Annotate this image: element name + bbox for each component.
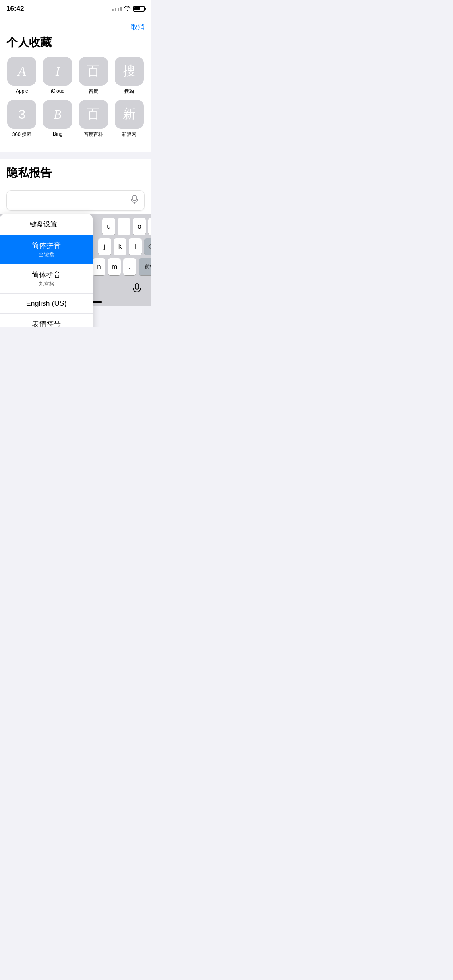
fav-item-bing[interactable]: B Bing <box>42 100 73 138</box>
key-backspace[interactable] <box>144 238 151 255</box>
fav-item-sina[interactable]: 新 新浪网 <box>114 100 145 138</box>
status-icons <box>112 6 145 12</box>
fav-item-apple[interactable]: A Apple <box>6 57 37 95</box>
fav-icon-baike: 百 <box>79 100 108 129</box>
fav-icon-sina: 新 <box>115 100 144 129</box>
key-m[interactable]: m <box>108 258 121 275</box>
key-go[interactable]: 前往 <box>139 258 151 275</box>
mic-bottom-icon[interactable] <box>132 283 141 297</box>
search-input-row[interactable] <box>6 190 145 211</box>
cancel-button[interactable]: 取消 <box>131 23 145 32</box>
key-i[interactable]: i <box>118 218 130 235</box>
simplified-pinyin-9-item[interactable]: 简体拼音 九宫格 <box>0 264 93 294</box>
simplified-pinyin-9-sub: 九宫格 <box>39 280 54 288</box>
keyboard-area: 键盘设置... 简体拼音 全键盘 简体拼音 九宫格 English (US) 表… <box>0 214 151 299</box>
emoji-item[interactable]: 表情符号 <box>0 314 93 327</box>
search-bar <box>0 187 151 214</box>
cancel-row: 取消 <box>6 18 145 35</box>
keyboard-settings-item[interactable]: 键盘设置... <box>0 214 93 235</box>
fav-item-baidu[interactable]: 百 百度 <box>78 57 109 95</box>
top-area: 取消 个人收藏 A Apple I iCloud 百 百度 搜 搜狗 3 360… <box>0 18 151 152</box>
fav-label-baidu: 百度 <box>89 88 98 95</box>
keyboard-main-area: 键盘设置... 简体拼音 全键盘 简体拼音 九宫格 English (US) 表… <box>0 214 151 279</box>
fav-icon-sougou: 搜 <box>115 57 144 86</box>
key-u[interactable]: u <box>102 218 115 235</box>
fav-label-sina: 新浪网 <box>122 131 137 138</box>
key-k[interactable]: k <box>114 238 126 255</box>
status-bar: 16:42 <box>0 0 151 18</box>
fav-label-sougou: 搜狗 <box>124 88 134 95</box>
english-us-item[interactable]: English (US) <box>0 294 93 314</box>
privacy-title: 隐私报告 <box>6 165 145 187</box>
fav-icon-baidu: 百 <box>79 57 108 86</box>
svg-rect-20 <box>135 284 139 289</box>
fav-item-360[interactable]: 3 360 搜索 <box>6 100 37 138</box>
signal-icon <box>112 7 122 11</box>
fav-icon-icloud: I <box>43 57 72 86</box>
key-dot[interactable]: . <box>123 258 136 275</box>
keyboard-visible-keys: u i o p j k l n m . <box>93 214 151 279</box>
key-n[interactable]: n <box>93 258 105 275</box>
english-us-main: English (US) <box>26 299 66 308</box>
simplified-pinyin-full-sub: 全键盘 <box>39 251 54 258</box>
fav-label-apple: Apple <box>16 88 28 94</box>
battery-icon <box>133 6 145 12</box>
fav-label-bing: Bing <box>53 131 62 137</box>
keyboard-settings-label: 键盘设置... <box>30 220 63 229</box>
favorites-grid: A Apple I iCloud 百 百度 搜 搜狗 3 360 搜索 B Bi… <box>6 57 145 138</box>
key-row-1: u i o p <box>93 218 151 235</box>
fav-item-sougou[interactable]: 搜 搜狗 <box>114 57 145 95</box>
mic-icon[interactable] <box>130 195 139 206</box>
fav-label-icloud: iCloud <box>51 88 64 94</box>
wifi-icon <box>124 6 131 12</box>
key-o[interactable]: o <box>133 218 146 235</box>
key-l[interactable]: l <box>129 238 142 255</box>
fav-item-baike[interactable]: 百 百度百科 <box>78 100 109 138</box>
fav-label-360: 360 搜索 <box>12 131 31 138</box>
simplified-pinyin-full-item[interactable]: 简体拼音 全键盘 <box>0 235 93 264</box>
fav-item-icloud[interactable]: I iCloud <box>42 57 73 95</box>
spacer1 <box>0 152 151 159</box>
fav-icon-apple: A <box>7 57 36 86</box>
simplified-pinyin-full-main: 简体拼音 <box>32 241 61 250</box>
keyboard-dropdown[interactable]: 键盘设置... 简体拼音 全键盘 简体拼音 九宫格 English (US) 表… <box>0 214 93 327</box>
favorites-title: 个人收藏 <box>6 35 145 50</box>
key-row-2: j k l <box>93 238 151 255</box>
svg-rect-0 <box>133 195 136 201</box>
privacy-section: 隐私报告 <box>0 159 151 187</box>
fav-icon-360: 3 <box>7 100 36 129</box>
fav-icon-bing: B <box>43 100 72 129</box>
key-j[interactable]: j <box>98 238 111 255</box>
key-p[interactable]: p <box>148 218 151 235</box>
status-time: 16:42 <box>6 5 24 13</box>
simplified-pinyin-9-main: 简体拼音 <box>32 270 61 280</box>
fav-label-baike: 百度百科 <box>84 131 103 138</box>
emoji-main: 表情符号 <box>32 319 61 327</box>
key-row-3: n m . 前往 <box>93 258 151 275</box>
